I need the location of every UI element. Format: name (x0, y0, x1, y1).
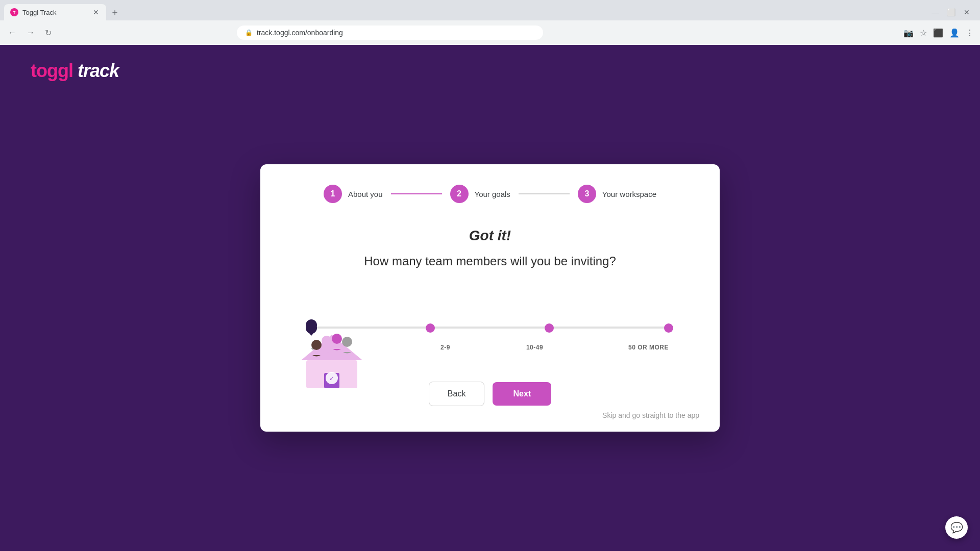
forward-nav-button[interactable]: → (24, 26, 37, 39)
step-1: 1 About you (324, 185, 383, 203)
step-2-label: Your goals (475, 190, 510, 198)
step-line-1 (391, 193, 442, 194)
minimize-button[interactable]: — (932, 8, 939, 16)
toolbar-icons: 📷 ☆ ⬛ 👤 ⋮ (903, 28, 974, 38)
slider-label-50-plus: 50 OR MORE (579, 344, 669, 351)
new-tab-button[interactable]: ＋ (110, 6, 119, 18)
svg-point-8 (342, 337, 352, 347)
browser-tab[interactable]: T Toggl Track ✕ (4, 4, 106, 20)
browser-chrome: T Toggl Track ✕ ＋ — ⬜ ✕ ← → ↻ 🔒 track.to… (0, 0, 980, 45)
skip-link[interactable]: Skip and go straight to the app (602, 411, 699, 419)
step-1-circle: 1 (324, 185, 342, 203)
logo-product: track (73, 60, 119, 81)
step-2-circle: 2 (450, 185, 469, 203)
close-window-button[interactable]: ✕ (964, 8, 970, 16)
modal-question: How many team members will you be inviti… (291, 254, 689, 268)
svg-marker-1 (301, 335, 362, 360)
slider-label-2-9: 2-9 (401, 344, 490, 351)
url-text: track.toggl.com/onboarding (257, 29, 343, 37)
back-button[interactable]: Back (429, 382, 485, 406)
svg-point-6 (322, 336, 332, 346)
window-controls: — ⬜ ✕ (932, 8, 976, 16)
step-3: 3 Your workspace (578, 185, 656, 203)
step-3-label: Your workspace (602, 190, 656, 198)
chat-icon: 💬 (950, 521, 963, 534)
maximize-button[interactable]: ⬜ (947, 8, 955, 16)
page-content: toggl track 1 About you 2 Your goals (0, 45, 980, 551)
reload-button[interactable]: ↻ (43, 26, 54, 40)
bookmark-icon[interactable]: ☆ (920, 28, 927, 38)
menu-icon[interactable]: ⋮ (966, 28, 974, 38)
logo: toggl track (31, 60, 119, 82)
next-button[interactable]: Next (493, 382, 551, 406)
onboarding-modal: 1 About you 2 Your goals 3 Your workspac… (260, 164, 720, 432)
camera-off-icon: 📷 (903, 28, 914, 38)
tab-close-button[interactable]: ✕ (92, 7, 100, 17)
team-house-illustration: ✓ (291, 314, 373, 391)
tab-title: Toggl Track (22, 9, 56, 16)
chat-widget[interactable]: 💬 (945, 516, 968, 539)
logo-brand: toggl (31, 60, 73, 81)
tab-favicon: T (10, 8, 18, 16)
url-bar[interactable]: 🔒 track.toggl.com/onboarding (237, 26, 543, 40)
step-1-label: About you (348, 190, 383, 198)
stepper: 1 About you 2 Your goals 3 Your workspac… (291, 185, 689, 203)
lock-icon: 🔒 (245, 29, 253, 36)
illustration-area: ✓ (291, 314, 373, 391)
slider-label-10-49: 10-49 (490, 344, 579, 351)
back-nav-button[interactable]: ← (6, 26, 18, 39)
slider-dot-2-9[interactable] (426, 323, 435, 333)
svg-text:✓: ✓ (329, 375, 334, 382)
svg-point-5 (311, 340, 322, 350)
step-line-2 (519, 193, 570, 194)
extensions-icon[interactable]: ⬛ (933, 28, 943, 38)
tab-bar: T Toggl Track ✕ ＋ — ⬜ ✕ (0, 0, 980, 20)
address-bar: ← → ↻ 🔒 track.toggl.com/onboarding 📷 ☆ ⬛… (0, 20, 980, 45)
profile-icon[interactable]: 👤 (949, 28, 960, 38)
svg-point-7 (332, 334, 342, 344)
step-3-circle: 3 (578, 185, 596, 203)
modal-title: Got it! (291, 228, 689, 244)
step-2: 2 Your goals (450, 185, 510, 203)
slider-dot-10-49[interactable] (545, 323, 554, 333)
slider-dot-50-plus[interactable] (664, 323, 673, 333)
